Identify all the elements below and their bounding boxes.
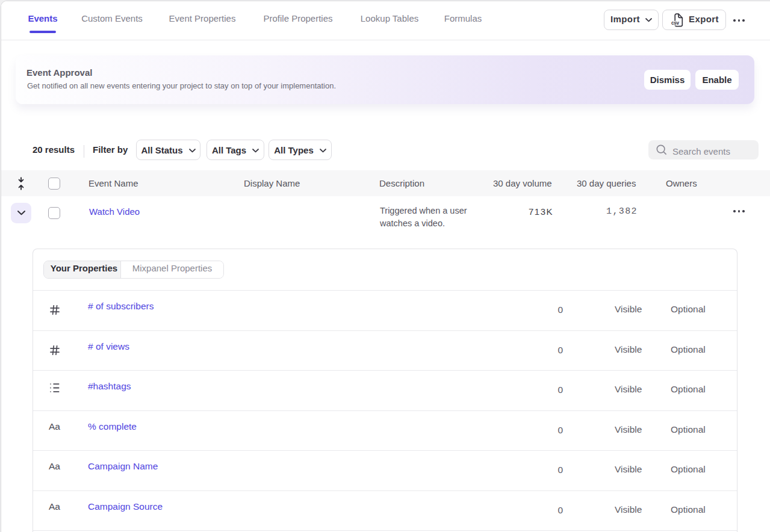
svg-text:csv: csv — [671, 20, 680, 26]
